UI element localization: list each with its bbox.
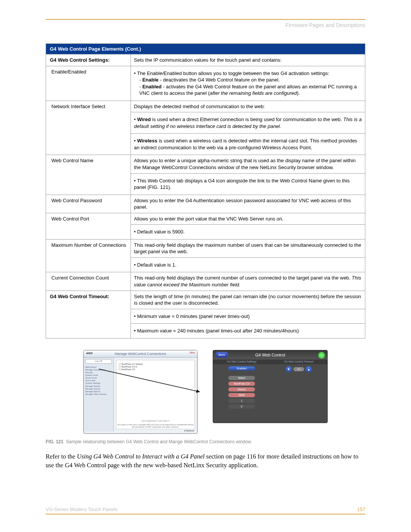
bold: Enabled: [142, 84, 162, 89]
row-label: Web Control Password: [46, 195, 131, 213]
list-item[interactable]: TechPubs CV-2: [119, 365, 192, 368]
row-label: G4 Web Control Timeout:: [46, 291, 131, 338]
row-label: Web Control Name: [46, 155, 131, 195]
row-label: G4 Web Control Settings:: [46, 54, 131, 66]
section-header: Firmware Pages and Descriptions: [46, 22, 365, 28]
sidebar-item[interactable]: Manage Connections: [85, 369, 112, 371]
sidebar-item[interactable]: Group Level: [85, 377, 112, 379]
sidebar: Log Off WebControl Manage Connections Se…: [84, 358, 114, 431]
sidebar-item[interactable]: Manage System: [85, 385, 112, 388]
row-desc: Displays the detected method of communic…: [131, 101, 365, 112]
text: This read-only field displays the curren…: [134, 275, 352, 281]
table-title: G4 Web Control Page Elements (Cont.): [46, 44, 365, 54]
row-desc: Sets the IP communication values for the…: [131, 54, 365, 66]
sidebar-item[interactable]: Manage License: [85, 388, 112, 390]
table-row: Maximum Number of Connections This read-…: [46, 239, 365, 257]
sidebar-item[interactable]: Manage NetLinx: [85, 390, 112, 393]
row-desc: This Web Control tab displays a G4 icon …: [131, 173, 365, 195]
figure: AMX Manage WebControl Connections Java L…: [46, 350, 365, 434]
timeout-value: 30: [293, 367, 304, 371]
tab-timeout: G4 Web Control Timeout: [270, 359, 327, 364]
caption-number: FIG. 121: [46, 439, 64, 444]
table-row: Network Interface Select Displays the de…: [46, 101, 365, 112]
window-title: Manage WebControl Connections: [115, 352, 166, 356]
list-item[interactable]: TechPubs CV (wired): [119, 363, 192, 365]
panel-titlebar: Back G4 Web Control: [213, 350, 327, 359]
sidebar-item[interactable]: System Settings: [85, 382, 112, 385]
list-item[interactable]: TechPubs CV: [119, 368, 192, 371]
webcontrol-window: AMX Manage WebControl Connections Java L…: [83, 350, 198, 434]
row-desc: Default value is 5900.: [131, 225, 365, 240]
connection-list: TechPubs CV (wired) TechPubs CV-2 TechPu…: [116, 360, 194, 373]
body-paragraph: Refer to the Using G4 Web Control to Int…: [46, 452, 365, 470]
back-button[interactable]: Back: [215, 352, 228, 358]
italic: after the remaining fields are configure…: [210, 90, 297, 96]
row-desc: Allows you to enter the G4 Authenticatio…: [131, 195, 365, 213]
text: is used when a wireless card is detected…: [134, 138, 357, 150]
max-value: 1: [228, 399, 255, 403]
page-footer: VG-Series Modero Touch Panels 157: [46, 506, 365, 514]
footer-title: VG-Series Modero Touch Panels: [46, 506, 118, 512]
text: Minimum value = 0 minutes (panel never t…: [134, 313, 362, 320]
bold: Wired: [137, 117, 151, 122]
timeout-spinner[interactable]: ▼ 30 ▲: [286, 366, 312, 372]
italic: Using G4 Web Control to Interact with a …: [77, 453, 205, 460]
count-value: 0: [228, 404, 255, 409]
row-desc: Maximum value = 240 minutes (panel times…: [131, 324, 365, 339]
refresh-button[interactable]: ● Refresh: [184, 430, 194, 432]
legal-text: All content on this site is copyright AM…: [116, 423, 194, 428]
row-desc: Wired is used when a direct Ethernet con…: [131, 112, 365, 134]
increase-icon[interactable]: ▲: [306, 366, 312, 372]
port-value[interactable]: 5900: [228, 393, 255, 397]
bold: Enable: [142, 77, 159, 83]
row-label: Maximum Number of Connections: [46, 239, 131, 272]
status-indicator-icon: [318, 352, 325, 359]
enabled-button[interactable]: Enabled: [228, 366, 255, 371]
panel-tabs: G4 Web Control Settings G4 Web Control T…: [213, 359, 327, 364]
password-value[interactable]: (None): [228, 387, 255, 391]
nis-value[interactable]: Wired: [228, 376, 255, 380]
table-row: Enable/Enabled The Enable/Enabled button…: [46, 66, 365, 101]
text: Maximum value = 240 minutes (panel times…: [134, 328, 362, 334]
row-desc: Wireless is used when a wireless card is…: [131, 134, 365, 155]
caption-text: Sample relationship between G4 Web Contr…: [66, 439, 251, 444]
sidebar-item[interactable]: System Level: [85, 374, 112, 377]
table-row: Current Connection Count This read-only …: [46, 272, 365, 291]
table-row: Web Control Name Allows you to enter a u…: [46, 155, 365, 173]
window-titlebar: AMX Manage WebControl Connections Java: [84, 350, 197, 358]
sidebar-item[interactable]: WebControl: [85, 366, 112, 369]
amx-logo: AMX: [86, 351, 93, 355]
sidebar-item[interactable]: Manage Other Devices: [85, 393, 112, 396]
decrease-icon[interactable]: ▼: [286, 366, 292, 372]
row-desc: Sets the length of time (in minutes) the…: [131, 291, 365, 309]
text: - deactivates the G4 Web Control feature…: [159, 77, 280, 83]
text: Default value is 5900.: [134, 228, 362, 235]
sidebar-item[interactable]: User Level: [85, 379, 112, 382]
panel-title: G4 Web Control: [255, 353, 285, 357]
row-desc: This read-only field displays the curren…: [131, 272, 365, 291]
row-desc: Allows you to enter the port value that …: [131, 213, 365, 225]
text: ).: [297, 90, 300, 96]
window-main: TechPubs CV (wired) TechPubs CV-2 TechPu…: [116, 360, 195, 429]
window-options: Use compression ☐ Low Color ☐ All conten…: [116, 420, 194, 428]
table-row: Web Control Password Allows you to enter…: [46, 195, 365, 213]
table-row: G4 Web Control Timeout: Sets the length …: [46, 291, 365, 309]
text: Default value is 1.: [134, 262, 362, 268]
text: is used when a direct Ethernet connectio…: [151, 117, 343, 122]
java-icon: Java: [189, 351, 195, 354]
bold: Wireless: [137, 138, 157, 144]
row-label: Network Interface Select: [46, 101, 131, 155]
panel-timeout-col: ▼ 30 ▲: [274, 366, 323, 409]
compress-options[interactable]: Use compression ☐ Low Color ☐: [116, 420, 194, 422]
table-row: Web Control Port Allows you to enter the…: [46, 213, 365, 225]
row-label: Enable/Enabled: [46, 66, 131, 101]
name-value[interactable]: TechPubs CV: [228, 382, 255, 386]
sidebar-item[interactable]: Security: [85, 371, 112, 374]
page-number: 157: [357, 506, 365, 512]
table-row: G4 Web Control Settings: Sets the IP com…: [46, 54, 365, 66]
panel-settings-col: Enabled Wired TechPubs CV (None) 5900 1 …: [217, 366, 266, 409]
row-desc: Default value is 1.: [131, 257, 365, 272]
row-desc: Minimum value = 0 minutes (panel never t…: [131, 309, 365, 324]
logoff-button[interactable]: Log Off: [85, 359, 112, 364]
row-desc: The Enable/Enabled button allows you to …: [131, 66, 365, 101]
